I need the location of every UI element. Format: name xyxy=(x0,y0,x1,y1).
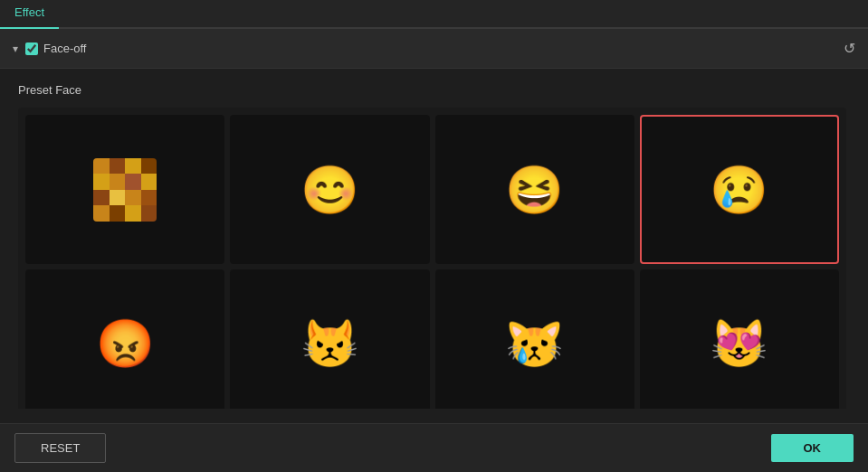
refresh-icon[interactable]: ↺ xyxy=(844,40,855,57)
list-item[interactable]: 😊 xyxy=(230,115,429,264)
face-emoji: 😾 xyxy=(300,316,359,372)
face-off-toggle[interactable]: Face-off xyxy=(25,42,86,55)
face-emoji: 😢 xyxy=(710,166,768,213)
face-emoji: 😻 xyxy=(710,316,768,372)
face-emoji: 😆 xyxy=(505,166,564,213)
list-item[interactable]: 😿 xyxy=(435,269,634,409)
face-off-checkbox[interactable] xyxy=(25,42,38,55)
face-grid: 😊 😆 😢 😡 😾 xyxy=(18,108,846,409)
face-emoji: 😿 xyxy=(505,316,564,372)
list-item[interactable]: 😾 xyxy=(230,269,429,409)
face-off-label: Face-off xyxy=(43,42,86,55)
list-item[interactable]: 😡 xyxy=(25,269,224,409)
grid-wrapper: 😊 😆 😢 😡 😾 xyxy=(18,108,850,409)
reset-button[interactable]: RESET xyxy=(14,433,106,463)
tab-effect[interactable]: Effect xyxy=(0,0,59,29)
face-emoji: 😡 xyxy=(96,316,155,372)
toolbar: ▾ Face-off ↺ xyxy=(0,29,868,69)
list-item[interactable]: 😆 xyxy=(435,115,634,264)
list-item[interactable]: 😻 xyxy=(640,269,839,409)
chevron-down-icon[interactable]: ▾ xyxy=(13,42,18,55)
toolbar-left: ▾ Face-off xyxy=(13,42,844,55)
list-item[interactable] xyxy=(25,115,224,264)
tab-bar: Effect xyxy=(0,0,868,29)
grid-scroll[interactable]: 😊 😆 😢 😡 😾 xyxy=(18,108,850,409)
mosaic-pattern xyxy=(93,158,157,222)
bottom-bar: RESET OK xyxy=(0,423,868,472)
preset-label: Preset Face xyxy=(18,83,850,97)
main-content: Preset Face xyxy=(0,69,868,423)
face-emoji: 😊 xyxy=(300,166,359,213)
list-item[interactable]: 😢 xyxy=(640,115,839,264)
ok-button[interactable]: OK xyxy=(771,434,854,462)
